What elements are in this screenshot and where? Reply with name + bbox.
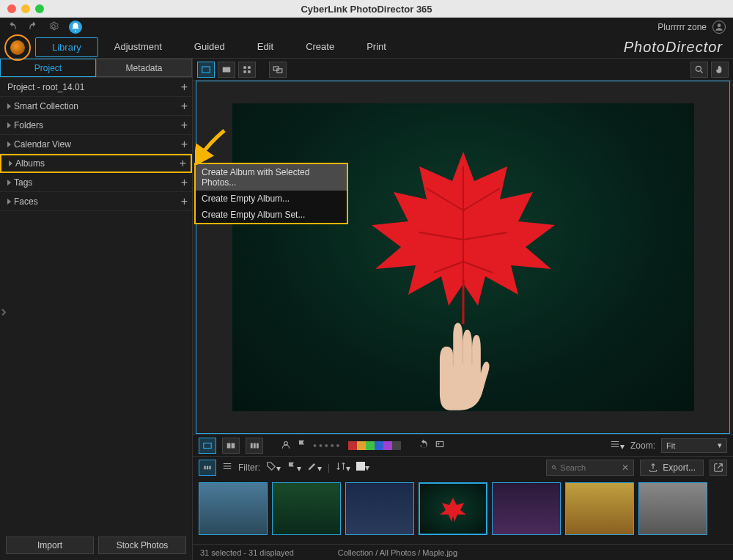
color-swatch[interactable] (357, 441, 366, 450)
expand-triangle-icon (9, 161, 12, 166)
expand-panel-icon[interactable] (0, 301, 7, 324)
layout-single-icon[interactable] (199, 438, 216, 454)
face-tag-icon[interactable] (281, 439, 291, 452)
svg-rect-6 (248, 70, 251, 73)
histogram-icon[interactable]: ▾ (610, 439, 625, 452)
filter-edit-icon[interactable]: ▾ (307, 461, 322, 474)
top-toolbar: Plurrrrr zone (0, 18, 733, 37)
view-compare-icon[interactable] (218, 62, 235, 78)
color-swatch[interactable] (366, 441, 375, 450)
maximize-window-icon[interactable] (35, 4, 44, 13)
nav-tab-print[interactable]: Print (350, 37, 402, 57)
sidebar-item-smart-collection[interactable]: Smart Collection+ (0, 97, 192, 116)
context-menu-item[interactable]: Create Album with Selected Photos... (196, 164, 347, 191)
sidebar-item-label: Faces (14, 196, 38, 207)
preview-image (232, 103, 694, 411)
thumbnail[interactable] (492, 482, 561, 535)
add-icon[interactable]: + (181, 176, 188, 189)
view-single-icon[interactable] (197, 62, 215, 78)
svg-point-23 (553, 465, 556, 468)
thumb-size-icon[interactable] (199, 460, 216, 476)
thumbnail[interactable] (272, 482, 341, 535)
view-grid-icon[interactable] (238, 62, 256, 78)
color-swatch[interactable] (392, 441, 401, 450)
thumbnail[interactable] (419, 482, 487, 535)
layout-multi-icon[interactable] (246, 438, 263, 454)
flag-icon[interactable] (297, 439, 307, 452)
list-icon[interactable] (222, 461, 232, 474)
nav-tab-create[interactable]: Create (290, 37, 350, 57)
export-button[interactable]: Export... (640, 460, 704, 476)
pan-tool-icon[interactable] (711, 62, 729, 78)
sidebar-item-calendar-view[interactable]: Calendar View+ (0, 135, 192, 154)
sidebar-item-label: Smart Collection (14, 101, 78, 111)
add-icon[interactable]: + (181, 100, 188, 113)
user-zone[interactable]: Plurrrrr zone (658, 21, 726, 34)
nav-tab-edit[interactable]: Edit (241, 37, 290, 57)
share-icon[interactable] (710, 460, 727, 476)
add-icon[interactable]: + (181, 138, 188, 151)
search-input[interactable] (560, 463, 619, 472)
svg-rect-4 (248, 66, 251, 69)
filter-tag-icon[interactable]: ▾ (266, 461, 281, 474)
add-project-icon[interactable]: + (181, 81, 188, 94)
close-window-icon[interactable] (7, 4, 16, 13)
app-logo-icon[interactable] (4, 34, 31, 61)
thumbnail[interactable] (345, 482, 414, 535)
thumbnail[interactable] (199, 482, 268, 535)
add-icon[interactable]: + (181, 195, 188, 208)
thumbnail[interactable] (638, 482, 707, 535)
layout-split-icon[interactable] (222, 438, 240, 454)
color-labels[interactable] (348, 441, 401, 450)
tab-project[interactable]: Project (0, 59, 96, 77)
project-header[interactable]: Project - root_14.01 + (0, 78, 192, 97)
sidebar-item-albums[interactable]: Albums+ (0, 154, 192, 173)
traffic-lights (0, 4, 44, 13)
thumbnail-image (420, 484, 486, 534)
color-swatch[interactable] (375, 441, 383, 450)
tab-metadata[interactable]: Metadata (96, 59, 192, 77)
redo-icon[interactable] (28, 21, 38, 34)
view-original-icon[interactable] (435, 439, 445, 452)
thumbnail[interactable] (565, 482, 634, 535)
sidebar-item-label: Tags (14, 177, 32, 188)
search-box[interactable]: ✕ (546, 460, 634, 476)
color-swatch[interactable] (383, 441, 392, 450)
svg-point-0 (718, 23, 721, 27)
nav-tab-library[interactable]: Library (35, 37, 98, 57)
sidebar: Project Metadata Project - root_14.01 + … (0, 59, 193, 560)
zoom-select[interactable]: Fit ▾ (661, 438, 727, 453)
add-icon[interactable]: + (180, 157, 186, 170)
context-menu-item[interactable]: Create Empty Album Set... (196, 207, 347, 223)
import-button[interactable]: Import (6, 537, 94, 554)
svg-line-24 (555, 468, 556, 470)
zoom-tool-icon[interactable] (690, 62, 708, 78)
sidebar-item-tags[interactable]: Tags+ (0, 173, 192, 192)
nav-tab-adjustment[interactable]: Adjustment (98, 37, 178, 57)
selection-count: 31 selected - 31 displayed (200, 548, 294, 557)
filter-flag-icon[interactable]: ▾ (287, 461, 301, 474)
photo-viewer[interactable] (196, 81, 730, 434)
add-icon[interactable]: + (181, 119, 188, 132)
color-swatch[interactable] (348, 441, 357, 450)
filmstrip[interactable] (193, 478, 733, 544)
export-icon (648, 463, 658, 473)
stock-photos-button[interactable]: Stock Photos (98, 537, 186, 554)
settings-icon[interactable] (48, 21, 59, 34)
nav-tab-guided[interactable]: Guided (178, 37, 241, 57)
thumbnail-image (199, 483, 267, 534)
clear-search-icon[interactable]: ✕ (622, 463, 629, 473)
label-color-icon[interactable]: ▾ (356, 462, 369, 473)
sidebar-item-faces[interactable]: Faces+ (0, 192, 192, 211)
zoom-label: Zoom: (630, 441, 655, 451)
rating-dots[interactable]: ••••• (313, 440, 342, 452)
sidebar-item-folders[interactable]: Folders+ (0, 116, 192, 135)
rotate-icon[interactable] (419, 439, 429, 452)
undo-icon[interactable] (7, 21, 18, 34)
sort-icon[interactable]: ▾ (336, 461, 350, 474)
thumbnail-image (346, 483, 413, 534)
minimize-window-icon[interactable] (21, 4, 30, 13)
secondary-display-icon[interactable] (269, 62, 287, 78)
notifications-icon[interactable] (69, 21, 82, 34)
context-menu-item[interactable]: Create Empty Album... (196, 191, 347, 207)
